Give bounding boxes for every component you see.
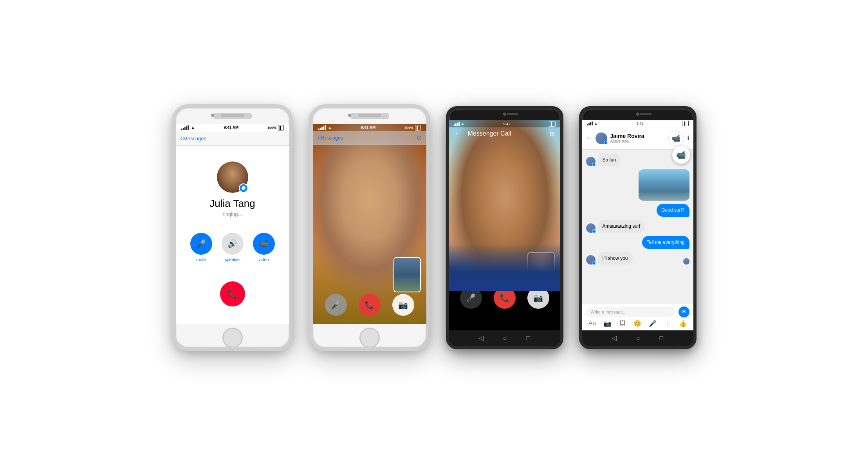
microphone-icon[interactable]: 🎤: [648, 320, 657, 327]
back-button[interactable]: ‹ Messages: [180, 135, 207, 142]
wifi-icon-2: ▲: [328, 125, 332, 130]
msg-row-3: Amaaaaazing surf: [586, 220, 689, 233]
phone4-chat: ▲ 9:41 ▌ ← Jaime Rovira Active now: [582, 120, 693, 330]
android-signal-bars-4: [587, 121, 593, 125]
android-call-info-icon[interactable]: ⊞: [550, 130, 555, 138]
end-call-area: 📞: [176, 281, 289, 306]
msg-avatar-3: [586, 223, 596, 233]
vid-end-call-button[interactable]: 📞: [359, 294, 381, 316]
time-display-4: 9:41: [637, 121, 644, 125]
android-signal-wrap-4: ▲: [587, 121, 598, 125]
font-size-icon[interactable]: Aa: [588, 320, 597, 327]
speaker-icon: 🔊: [227, 239, 237, 248]
time-display-3: 9:41: [503, 122, 511, 126]
chat-toolbar: Aa 📷 🖼 😊 🎤 ⋮ 👍: [586, 319, 689, 328]
status-right: 100% ▌: [267, 125, 283, 131]
caller-name: Julia Tang: [209, 198, 255, 210]
battery-wrap-4: ▌: [682, 121, 688, 126]
home-button[interactable]: [222, 328, 243, 348]
camera-icon[interactable]: 📷: [603, 320, 612, 327]
input-placeholder: Write a message...: [591, 310, 627, 314]
signal-bars-2: [318, 125, 326, 130]
android-nav-bar: ◁ ○ □: [449, 330, 560, 346]
android-signal-bars: [454, 122, 460, 126]
msg-row-2: Good surf?: [586, 204, 689, 217]
video-call-button[interactable]: 📹: [668, 131, 684, 146]
messenger-badge: [239, 183, 248, 193]
messenger-icon: [241, 186, 246, 190]
back-label-2: Messages: [320, 135, 343, 141]
video-overlay-button[interactable]: 📹: [672, 146, 690, 164]
vid-camera-icon: 📷: [398, 300, 408, 310]
camera-flip-button[interactable]: ⊙: [417, 134, 422, 141]
msg-text-4: Tell me everything: [647, 239, 685, 245]
msg-bubble-5: I'll show you: [598, 252, 633, 265]
image-icon[interactable]: 🖼: [618, 320, 627, 327]
back-chevron-icon: ‹: [180, 135, 182, 142]
active-status: Active now: [610, 139, 668, 143]
msg-text-3: Amaaaaazing surf: [603, 223, 641, 229]
phone2-nav: ‹ Messages ⊙: [313, 131, 426, 145]
send-button[interactable]: 👁: [679, 306, 689, 317]
camera-dot-4: [636, 112, 639, 116]
messenger-badge-small: [604, 141, 608, 145]
mute-button[interactable]: 🎤: [190, 233, 212, 255]
msg-badge-5: [592, 261, 596, 265]
chat-back-icon[interactable]: ←: [586, 134, 593, 142]
phone1-nav: ‹ Messages: [176, 132, 289, 146]
phone1-screen: ▲ 9:41 AM 100% ▌ ‹ Messages: [176, 124, 289, 324]
chat-input-bar: Write a message... 👁 Aa 📷 🖼 😊 🎤 ⋮ 👍: [582, 304, 693, 330]
android-home-nav-4[interactable]: ○: [636, 335, 640, 342]
android-hangup-icon: 📞: [500, 293, 509, 303]
wifi-icon-3: ▲: [461, 122, 465, 126]
like-icon[interactable]: 👍: [678, 320, 688, 327]
status-left-2: ▲: [318, 125, 332, 130]
vid-camera-button[interactable]: 📷: [392, 294, 414, 316]
signal-bars: [181, 125, 189, 130]
phone1-call-content: Julia Tang ringing... 🎤 mute 🔊: [176, 146, 289, 324]
android-back-nav-4[interactable]: ◁: [612, 334, 617, 342]
android-signal-wrap: ▲: [454, 122, 465, 126]
time-display-2: 9:41 AM: [361, 125, 375, 130]
emoji-icon[interactable]: 😊: [633, 320, 642, 327]
phone3-screen: ▲ 9:41 ▌ ← Messenger Call ⊞: [449, 120, 560, 330]
phone1-status-bar: ▲ 9:41 AM 100% ▌: [176, 124, 289, 132]
vid-mute-button[interactable]: 🎤: [325, 294, 347, 316]
msg-row-5: I'll show you: [586, 252, 689, 265]
msg-bubble-1: So fun: [598, 154, 621, 167]
call-controls: 🎤 mute 🔊 speaker 📹 video: [176, 233, 289, 262]
msg-bubble-3: Amaaaaazing surf: [598, 220, 645, 233]
info-icon[interactable]: ℹ: [687, 134, 689, 142]
mute-label: mute: [196, 257, 206, 262]
phone4-status-bar: ▲ 9:41 ▌: [582, 120, 693, 127]
sent-image: [639, 169, 689, 201]
more-icon[interactable]: ⋮: [663, 320, 673, 327]
back-button-2[interactable]: ‹ Messages: [318, 134, 344, 141]
floating-video-icon: 📹: [676, 150, 686, 160]
android-recent-nav[interactable]: □: [527, 335, 531, 342]
android-home-nav[interactable]: ○: [503, 335, 507, 342]
android-mute-icon: 🎤: [466, 293, 476, 303]
camera-dot: [211, 114, 214, 117]
phones-container: ▲ 9:41 AM 100% ▌ ‹ Messages: [156, 89, 712, 367]
android-nav-bar-4: ◁ ○ □: [582, 330, 693, 346]
video-pip-thumbnail: [393, 257, 421, 292]
call-status: ringing...: [223, 211, 242, 217]
video-button[interactable]: 📹: [253, 233, 275, 255]
android-recent-nav-4[interactable]: □: [660, 335, 664, 342]
camera-dot-3: [503, 112, 506, 116]
chat-input-field[interactable]: Write a message...: [586, 307, 675, 317]
status-right-2: 100% ▌: [404, 125, 420, 131]
msg-bubble-2: Good surf?: [657, 204, 689, 217]
end-call-button[interactable]: 📞: [220, 281, 245, 306]
battery-text: 100%: [267, 126, 276, 130]
back-arrow-icon[interactable]: ←: [455, 130, 462, 138]
android-back-nav[interactable]: ◁: [479, 334, 484, 342]
chat-messages: So fun Good surf?: [582, 150, 693, 304]
msg-badge-1: [592, 163, 596, 167]
msg-text-2: Good surf?: [661, 207, 684, 213]
speaker-top: [221, 114, 244, 117]
home-button-2[interactable]: [359, 328, 380, 348]
msg-text-5: I'll show you: [603, 256, 628, 261]
speaker-button[interactable]: 🔊: [222, 233, 244, 255]
